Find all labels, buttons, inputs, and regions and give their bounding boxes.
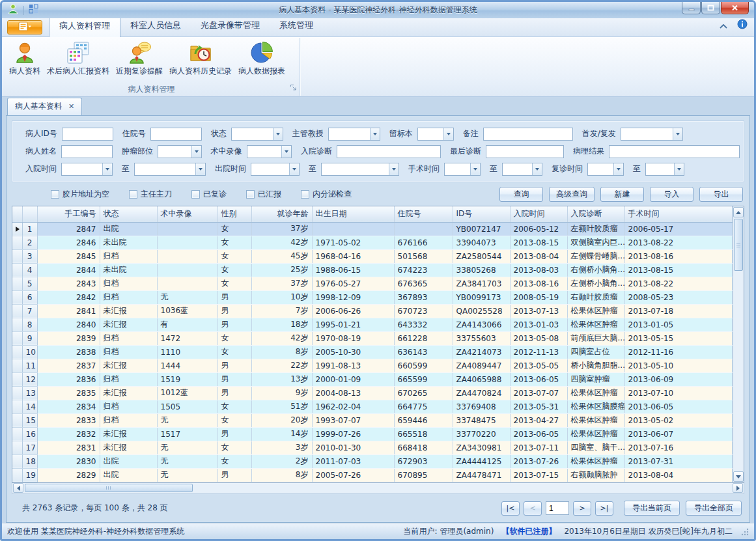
admission-diagnosis-input[interactable] [337, 145, 441, 158]
horizontal-scrollbar[interactable] [12, 483, 744, 494]
app-logo-icon[interactable] [7, 3, 19, 18]
combo-dropdown-icon[interactable] [289, 163, 299, 175]
table-row[interactable]: 172831未汇报无女3岁2010-01-30668418ZA343098120… [12, 441, 733, 454]
minimize-button[interactable] [682, 2, 701, 14]
table-row[interactable]: 182830出院无女2岁2011-07-03672903ZA4444125201… [12, 454, 733, 468]
import-button[interactable]: 导入 [650, 187, 693, 202]
table-row[interactable]: 72841未汇报1036蓝男7岁2006-06-26670723QA002552… [12, 304, 733, 318]
layout-icon[interactable] [29, 4, 38, 16]
column-header-surgery-video[interactable]: 术中录像 [157, 206, 217, 222]
column-header-age-at-visit[interactable]: 就诊年龄 [251, 206, 312, 222]
combo-dropdown-icon[interactable] [195, 163, 205, 175]
column-header-id-no[interactable]: ID号 [453, 206, 510, 222]
combo-dropdown-icon[interactable] [102, 163, 112, 175]
scroll-left-icon[interactable] [13, 483, 23, 493]
column-header-admission-date[interactable]: 入院时间 [510, 206, 567, 222]
revisit-date-to-combo[interactable] [645, 163, 684, 176]
reported-checkbox[interactable]: 已汇报 [246, 189, 281, 200]
resize-grip-icon[interactable] [740, 527, 749, 536]
prev-page-button[interactable]: < [524, 501, 542, 516]
combo-dropdown-icon[interactable] [674, 163, 684, 175]
checkbox-icon[interactable] [129, 190, 137, 199]
combo-dropdown-icon[interactable] [532, 163, 542, 175]
ribbon-tab-department-staff[interactable]: 科室人员信息 [120, 16, 191, 36]
pathology-result-input[interactable] [609, 145, 740, 158]
combo-dropdown-icon[interactable] [389, 163, 399, 175]
scroll-up-icon[interactable] [733, 207, 744, 217]
maximize-button[interactable] [701, 2, 720, 14]
horizontal-scrollbar-thumb[interactable] [25, 484, 193, 492]
patient-id-input[interactable] [62, 128, 113, 141]
scroll-right-icon[interactable] [733, 483, 743, 493]
column-header-row-number[interactable] [22, 206, 37, 222]
ribbon-button-postop-report[interactable]: 术后病人汇报资料 [44, 40, 113, 78]
ribbon-button-data-report[interactable]: 病人数据报表 [235, 40, 288, 78]
status-combo[interactable] [231, 128, 283, 141]
discharge-date-from-combo[interactable] [251, 163, 300, 176]
final-diagnosis-input[interactable] [486, 145, 564, 158]
combo-dropdown-icon[interactable] [613, 163, 623, 175]
query-button[interactable]: 查询 [499, 187, 543, 202]
last-page-button[interactable]: >| [595, 501, 613, 516]
table-row[interactable]: 132835未汇报1012蓝男9岁2004-08-13670265ZA44708… [12, 386, 733, 400]
column-header-birth-date[interactable]: 出生日期 [312, 206, 394, 222]
professor-combo[interactable] [328, 128, 380, 141]
revisit-date-from-combo[interactable] [587, 163, 624, 176]
remarks-input[interactable] [483, 128, 573, 141]
column-header-selector[interactable] [12, 206, 22, 222]
film-address-empty-checkbox[interactable]: 胶片地址为空 [51, 189, 109, 200]
table-row[interactable]: 112837未汇报1444男22岁1991-08-13660599ZA40894… [12, 359, 733, 372]
tab-close-icon[interactable]: ✕ [68, 103, 74, 110]
column-header-sex[interactable]: 性别 [217, 206, 251, 222]
next-page-button[interactable]: > [573, 501, 591, 516]
tumor-site-combo[interactable] [158, 145, 202, 158]
ribbon-collapse-icon[interactable] [719, 20, 728, 32]
checkbox-icon[interactable] [51, 190, 59, 199]
scroll-down-icon[interactable] [733, 471, 744, 482]
specimen-combo[interactable] [417, 128, 454, 141]
discharge-date-to-combo[interactable] [321, 163, 399, 176]
combo-dropdown-icon[interactable] [443, 128, 453, 140]
export-all-pages-button[interactable]: 导出全部页 [686, 501, 742, 516]
admission-date-from-combo[interactable] [61, 163, 113, 176]
surgery-date-to-combo[interactable] [502, 163, 542, 176]
checkbox-icon[interactable] [191, 190, 200, 199]
ribbon-tab-disc-video-management[interactable]: 光盘录像带管理 [191, 16, 270, 36]
first-page-button[interactable]: |< [501, 501, 520, 516]
table-row[interactable]: 142834归档1505女51岁1962-02-0466477533769408… [12, 400, 733, 413]
export-current-page-button[interactable]: 导出当前页 [624, 501, 680, 516]
table-row[interactable]: 32845归档女45岁1968-04-16501568ZA25805442013… [12, 249, 733, 263]
table-row[interactable]: 12847出院女37岁YB00721472006-05-12左额叶胶质瘤2006… [12, 222, 733, 236]
combo-dropdown-icon[interactable] [281, 146, 291, 158]
info-icon[interactable] [737, 19, 748, 32]
table-row[interactable]: 102838归档1110女8岁2005-10-30636143ZA4214073… [12, 345, 733, 359]
table-row[interactable]: 152833归档无女20岁1993-07-0765944633748475201… [12, 413, 733, 427]
advanced-query-button[interactable]: 高级查询 [549, 187, 595, 202]
combo-dropdown-icon[interactable] [370, 128, 380, 140]
document-tab-patient-basic-info[interactable]: 病人基本资料 ✕ [7, 98, 82, 115]
table-row[interactable]: 52843归档女37岁1976-05-27676365ZA38417032013… [12, 277, 733, 290]
checkbox-icon[interactable] [246, 190, 255, 199]
checkbox-icon[interactable] [301, 190, 309, 199]
surgery-video-combo[interactable] [247, 145, 292, 158]
ribbon-button-patient-data[interactable]: 病人资料 [6, 40, 44, 78]
combo-dropdown-icon[interactable] [673, 128, 682, 140]
inpatient-no-input[interactable] [150, 128, 202, 141]
software-registered-link[interactable]: 【软件已注册】 [501, 526, 556, 537]
vertical-scrollbar[interactable] [733, 206, 744, 482]
new-button[interactable]: 新建 [600, 187, 644, 202]
export-button[interactable]: 导出 [699, 187, 743, 202]
page-number-input[interactable] [546, 501, 569, 515]
vertical-scrollbar-thumb[interactable] [734, 219, 743, 271]
app-menu-button[interactable] [7, 20, 42, 35]
onset-recurrence-combo[interactable] [621, 128, 683, 141]
column-header-status[interactable]: 状态 [100, 206, 157, 222]
close-button[interactable] [721, 2, 749, 14]
table-row[interactable]: 122836归档1519男13岁2000-01-09665599ZA406598… [12, 372, 733, 386]
surgery-date-from-combo[interactable] [444, 163, 481, 176]
column-header-inpatient-no[interactable]: 住院号 [394, 206, 453, 222]
column-header-surgery-date[interactable]: 手术时间 [624, 206, 733, 222]
table-row[interactable]: 82840未汇报有男18岁1995-01-21643332ZA414306620… [12, 318, 733, 331]
chief-surgeon-checkbox[interactable]: 主任主刀 [129, 189, 172, 200]
endocrine-exam-checkbox[interactable]: 内分泌检查 [301, 189, 352, 200]
